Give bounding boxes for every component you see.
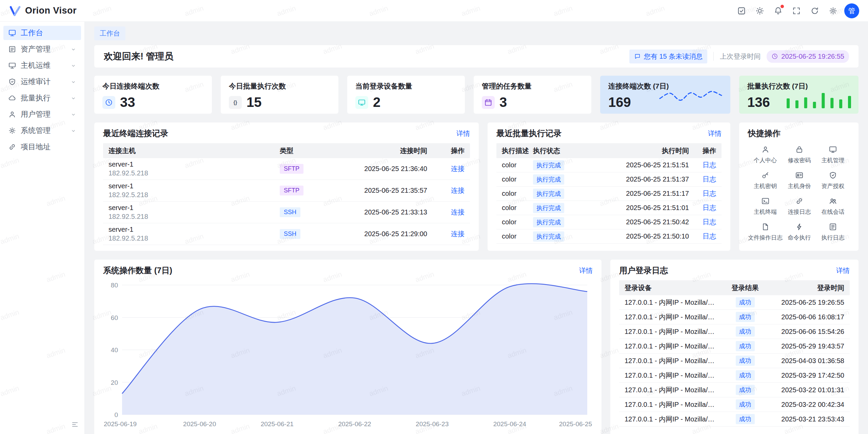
connect-link[interactable]: 连接 [451, 208, 465, 216]
exec-time: 2025-06-25 21:51:37 [592, 175, 689, 183]
quick-action[interactable]: 主机终端 [748, 195, 783, 217]
connect-link[interactable]: 连接 [451, 165, 465, 172]
table-header: 执行描述 执行状态 执行时间 操作 [496, 143, 722, 158]
table-row: 127.0.0.1 - 内网IP - Mozilla/5.0 (Windows … [619, 397, 850, 412]
quick-action-label: 文件操作日志 [748, 234, 783, 242]
sidebar-item[interactable]: 系统管理 [3, 124, 81, 138]
connect-time: 2025-06-25 21:33:13 [326, 208, 427, 216]
connect-link[interactable]: 连接 [451, 187, 465, 194]
fullscreen-icon[interactable] [789, 4, 804, 18]
link-icon [8, 143, 16, 151]
login-time: 2025-04-03 01:36:58 [766, 357, 844, 365]
stat-label: 管理的任务数量 [482, 81, 583, 91]
sidebar-item[interactable]: 主机运维 [3, 58, 81, 73]
refresh-icon[interactable] [808, 4, 822, 18]
sidebar-item[interactable]: 批量执行 [3, 91, 81, 105]
host-ip: 182.92.5.218 [108, 169, 280, 177]
log-link[interactable]: 日志 [703, 232, 716, 240]
terminal-records-detail-link[interactable]: 详情 [456, 129, 470, 138]
table-header: 连接主机 类型 连接时间 操作 [103, 143, 470, 158]
quick-action[interactable]: 命令执行 [783, 221, 816, 243]
sidebar-item[interactable]: 资产管理 [3, 42, 81, 56]
stat-label: 当前登录设备数量 [355, 81, 457, 91]
log-link[interactable]: 日志 [703, 204, 716, 211]
exec-desc: color [502, 161, 533, 169]
log-link[interactable]: 日志 [703, 175, 716, 183]
login-time: 2025-06-06 15:54:26 [766, 328, 844, 336]
quick-action[interactable]: 主机管理 [816, 144, 850, 166]
quick-action[interactable]: 个人中心 [748, 144, 783, 166]
svg-text:2025-06-24: 2025-06-24 [493, 420, 527, 428]
user-icon [8, 110, 16, 118]
sidebar-item[interactable]: 工作台 [3, 26, 81, 40]
svg-text:40: 40 [111, 346, 118, 354]
quick-action[interactable]: 连接日志 [783, 195, 816, 217]
log-link[interactable]: 日志 [703, 161, 716, 169]
log-link[interactable]: 日志 [703, 190, 716, 197]
stat-value: 33 [120, 95, 135, 110]
theme-sun-icon[interactable] [753, 4, 767, 18]
sidebar-item[interactable]: 运维审计 [3, 75, 81, 89]
sidebar-item-label: 批量执行 [21, 93, 66, 103]
login-result-badge: 成功 [736, 385, 755, 395]
login-device: 127.0.0.1 - 内网IP - Mozilla/5.0 (Windows … [625, 298, 724, 307]
table-row: 127.0.0.1 - 内网IP - Mozilla/5.0 (Windows … [619, 368, 850, 383]
last-login-time: 2025-06-25 19:26:55 [781, 53, 844, 60]
login-logs-detail-link[interactable]: 详情 [836, 266, 850, 275]
stat-label: 今日批量执行次数 [229, 81, 330, 91]
user-avatar[interactable]: 管 [844, 3, 859, 18]
col-header-device: 登录设备 [625, 283, 724, 293]
col-header-desc: 执行描述 [502, 146, 533, 155]
quick-action[interactable]: 执行日志 [816, 221, 850, 243]
breadcrumb-item-workbench[interactable]: 工作台 [94, 26, 125, 40]
host-name: server-1 [108, 182, 280, 190]
system-operations-detail-link[interactable]: 详情 [579, 266, 593, 275]
login-time: 2025-03-22 01:01:31 [766, 386, 844, 394]
login-time: 2025-03-29 17:42:50 [766, 372, 844, 379]
type-cell: SFTP [280, 164, 326, 174]
type-cell: SFTP [280, 186, 326, 195]
table-row: color 执行完成 2025-06-25 21:51:01 日志 [496, 201, 722, 215]
brand[interactable]: Orion Visor [9, 5, 77, 17]
lock-icon [795, 145, 804, 154]
quick-action[interactable]: 主机身份 [783, 170, 816, 191]
col-header-action: 操作 [427, 146, 465, 155]
quick-action[interactable]: 主机密钥 [748, 170, 783, 191]
log-link[interactable]: 日志 [703, 218, 716, 226]
col-header-time: 执行时间 [592, 146, 689, 155]
sidebar-item[interactable]: 项目地址 [3, 140, 81, 154]
user-icon [761, 145, 770, 154]
sidebar-item[interactable]: 用户管理 [3, 107, 81, 121]
login-result-badge: 成功 [736, 326, 755, 337]
terminal-icon [761, 197, 770, 205]
check-square-icon[interactable] [734, 4, 749, 18]
login-device: 127.0.0.1 - 内网IP - Mozilla/5.0 (Windows … [625, 313, 724, 322]
quick-action[interactable]: 资产授权 [816, 170, 850, 191]
batch-records-detail-link[interactable]: 详情 [708, 129, 722, 138]
quick-action[interactable]: 在线会话 [816, 195, 850, 217]
quick-action[interactable]: 修改密码 [783, 144, 816, 166]
terminal-connections-7d-card: 连接终端次数 (7日) 169 [600, 76, 730, 114]
sidebar-collapse-button[interactable] [70, 419, 80, 430]
login-time: 2025-06-25 19:26:55 [766, 299, 844, 306]
audit-icon [8, 78, 16, 86]
protocol-badge: SSH [280, 207, 300, 217]
login-device: 127.0.0.1 - 内网IP - Mozilla/5.0 (Windows … [625, 327, 724, 336]
unread-messages-badge[interactable]: 您有 15 条未读消息 [629, 50, 707, 63]
svg-text:2025-06-19: 2025-06-19 [104, 420, 137, 428]
col-header-type: 类型 [280, 146, 326, 155]
chevron-down-icon [71, 95, 76, 101]
svg-text:20: 20 [111, 379, 118, 386]
clock-icon [102, 96, 115, 109]
table-row: color 执行完成 2025-06-25 21:50:42 日志 [496, 215, 722, 229]
table-row: 127.0.0.1 - 内网IP - Mozilla/5.0 (Windows … [619, 412, 850, 427]
table-row: 127.0.0.1 - 内网IP - Mozilla/5.0 (Windows … [619, 339, 850, 354]
quick-action[interactable]: 文件操作日志 [748, 221, 783, 243]
exec-desc: color [502, 218, 533, 226]
connect-link[interactable]: 连接 [451, 230, 465, 238]
quick-actions-card: 快捷操作 个人中心 修改密码 主机管理 主机密钥 [739, 122, 859, 251]
exec-status-badge: 执行完成 [533, 174, 564, 185]
settings-gear-icon[interactable] [826, 4, 840, 18]
notification-bell-icon[interactable] [771, 4, 785, 18]
sidebar-item-label: 工作台 [21, 28, 66, 38]
